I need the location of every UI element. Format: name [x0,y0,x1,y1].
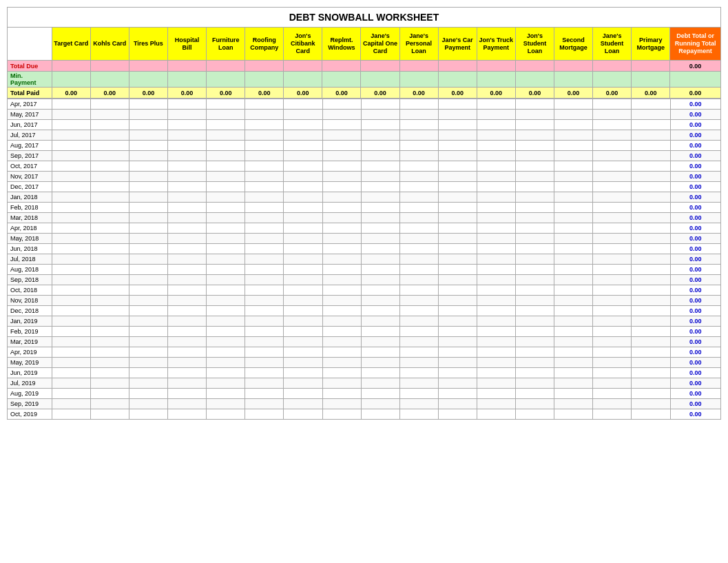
row-cell[interactable] [554,337,593,347]
row-cell[interactable] [52,213,90,223]
row-cell[interactable] [245,389,284,399]
row-cell[interactable] [90,378,129,389]
row-cell[interactable] [399,358,438,368]
row-cell[interactable] [516,285,554,296]
row-cell[interactable] [322,120,361,130]
row-cell[interactable] [245,285,284,296]
row-cell[interactable] [361,234,399,244]
row-cell[interactable] [593,389,632,399]
min-payment-primary-mortgage[interactable] [632,72,670,88]
row-cell[interactable] [207,389,245,399]
total-due-replmt[interactable] [322,61,361,72]
row-cell[interactable] [361,337,399,347]
row-cell[interactable] [477,275,515,285]
row-cell[interactable] [129,161,167,172]
row-cell[interactable] [168,399,207,409]
row-cell[interactable] [554,275,593,285]
row-cell[interactable] [554,223,593,234]
row-cell[interactable] [516,182,554,192]
row-cell[interactable] [168,337,207,347]
row-cell[interactable] [477,234,515,244]
row-cell[interactable] [90,192,129,203]
row-cell[interactable] [129,244,167,254]
row-cell[interactable] [399,223,438,234]
row-cell[interactable] [129,389,167,399]
row-cell[interactable] [438,130,477,141]
row-cell[interactable] [593,172,632,182]
row-cell[interactable] [90,99,129,110]
row-cell[interactable] [129,254,167,265]
row-cell[interactable] [593,378,632,389]
row-cell[interactable] [399,327,438,337]
row-cell[interactable] [632,213,670,223]
row-cell[interactable] [90,296,129,306]
row-cell[interactable] [322,337,361,347]
row-cell[interactable] [207,254,245,265]
row-cell[interactable] [207,399,245,409]
row-cell[interactable] [284,368,322,378]
min-payment-jons-citibank[interactable] [284,72,322,88]
row-cell[interactable] [399,389,438,399]
row-cell[interactable] [284,130,322,141]
row-cell[interactable] [554,389,593,399]
row-cell[interactable] [399,378,438,389]
row-cell[interactable] [361,182,399,192]
row-cell[interactable] [516,172,554,182]
row-cell[interactable] [322,182,361,192]
row-cell[interactable] [245,130,284,141]
row-cell[interactable] [52,327,90,337]
row-cell[interactable] [52,337,90,347]
row-cell[interactable] [438,285,477,296]
row-cell[interactable] [554,110,593,120]
row-cell[interactable] [477,110,515,120]
row-cell[interactable] [284,151,322,161]
row-cell[interactable] [632,285,670,296]
row-cell[interactable] [554,234,593,244]
row-cell[interactable] [90,327,129,337]
row-cell[interactable] [168,182,207,192]
row-cell[interactable] [399,306,438,316]
row-cell[interactable] [477,327,515,337]
row-cell[interactable] [361,141,399,151]
row-cell[interactable] [90,285,129,296]
row-cell[interactable] [207,141,245,151]
row-cell[interactable] [554,296,593,306]
row-cell[interactable] [168,368,207,378]
row-cell[interactable] [438,192,477,203]
row-cell[interactable] [129,285,167,296]
row-cell[interactable] [593,234,632,244]
row-cell[interactable] [245,327,284,337]
row-cell[interactable] [90,141,129,151]
row-cell[interactable] [593,316,632,327]
min-payment-kohls[interactable] [90,72,129,88]
row-cell[interactable] [245,275,284,285]
row-cell[interactable] [168,213,207,223]
row-cell[interactable] [399,347,438,358]
row-cell[interactable] [52,244,90,254]
row-cell[interactable] [284,203,322,213]
row-cell[interactable] [516,358,554,368]
row-cell[interactable] [361,130,399,141]
row-cell[interactable] [52,110,90,120]
row-cell[interactable] [361,172,399,182]
row-cell[interactable] [361,296,399,306]
row-cell[interactable] [284,120,322,130]
row-cell[interactable] [322,244,361,254]
row-cell[interactable] [593,182,632,192]
row-cell[interactable] [129,172,167,182]
row-cell[interactable] [438,296,477,306]
row-cell[interactable] [361,389,399,399]
row-cell[interactable] [168,316,207,327]
row-cell[interactable] [632,141,670,151]
row-cell[interactable] [90,161,129,172]
row-cell[interactable] [516,347,554,358]
row-cell[interactable] [207,368,245,378]
row-cell[interactable] [632,389,670,399]
row-cell[interactable] [168,203,207,213]
row-cell[interactable] [207,120,245,130]
row-cell[interactable] [632,347,670,358]
row-cell[interactable] [322,110,361,120]
row-cell[interactable] [477,409,515,420]
row-cell[interactable] [90,399,129,409]
row-cell[interactable] [593,347,632,358]
